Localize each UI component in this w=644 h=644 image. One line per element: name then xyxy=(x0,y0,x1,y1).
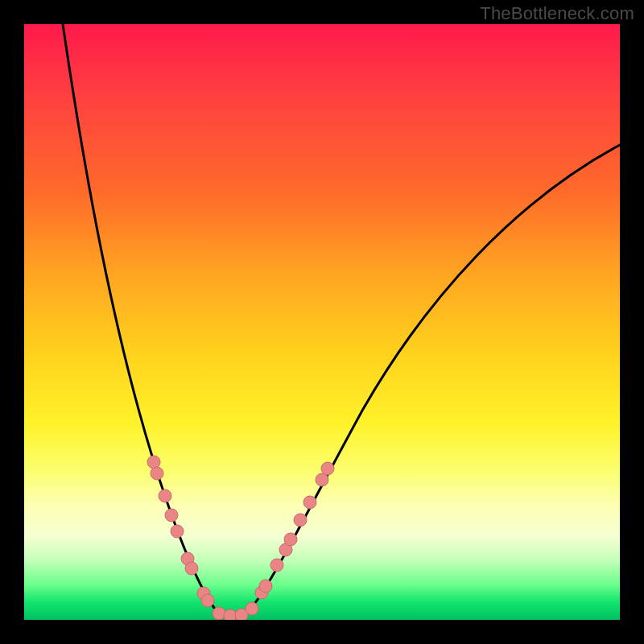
data-dot xyxy=(259,580,272,592)
data-dot xyxy=(171,525,184,538)
data-dot xyxy=(185,562,198,575)
plot-area xyxy=(24,24,620,620)
data-dot xyxy=(321,462,334,475)
data-dot xyxy=(303,496,316,509)
left-curve xyxy=(63,24,232,618)
data-dot xyxy=(270,559,283,572)
data-dot xyxy=(284,533,297,546)
curve-svg xyxy=(24,24,620,620)
chart-frame: TheBottleneck.com xyxy=(0,0,644,644)
data-dot xyxy=(316,473,328,486)
data-dot xyxy=(246,602,258,615)
data-dot xyxy=(201,594,214,607)
data-dot xyxy=(147,456,160,469)
data-dot xyxy=(294,514,307,526)
data-dot xyxy=(159,489,171,502)
data-dot xyxy=(151,467,163,480)
watermark-text: TheBottleneck.com xyxy=(480,3,634,24)
data-dot xyxy=(165,509,178,522)
data-dot xyxy=(213,607,225,620)
